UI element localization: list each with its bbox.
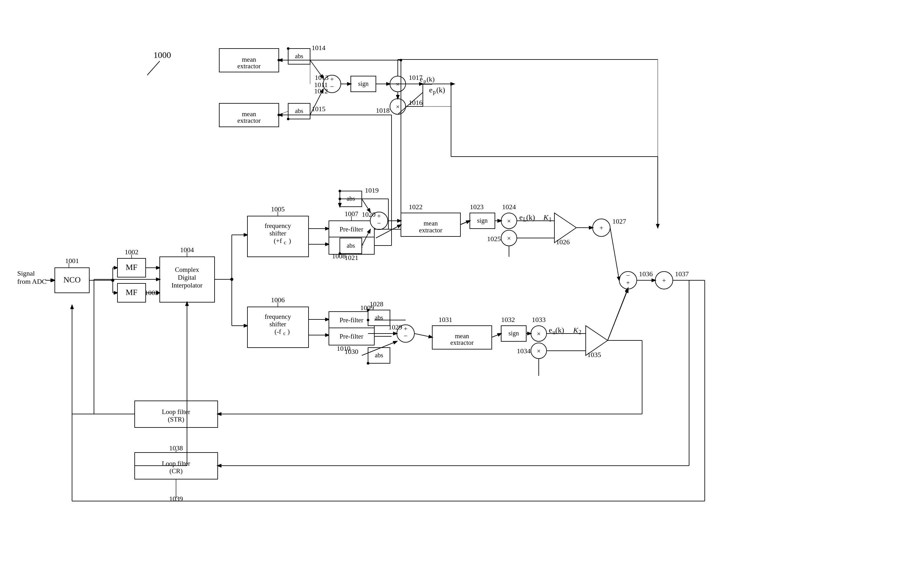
label-1001: 1001: [65, 257, 79, 265]
sum-1036-plus: +: [626, 279, 630, 287]
mean-extractor-1031-label2: extractor: [450, 339, 474, 346]
label-1018: 1018: [376, 107, 389, 114]
label-1024: 1024: [502, 203, 516, 211]
ep-k-text-near: e: [420, 75, 423, 83]
label-1029: 1029: [388, 323, 402, 331]
freq-shifter-neg-label1: frequency: [265, 313, 291, 320]
mean-extractor-bot-label2: extractor: [238, 117, 261, 124]
mult-1034-x: ×: [537, 347, 541, 355]
label-1027: 1027: [612, 218, 626, 225]
signal-from-adc-label: Signal: [17, 269, 35, 277]
prefilter-1010-label: Pre-filter: [340, 333, 363, 340]
ep-k-rest-near: (k): [427, 75, 435, 83]
loop-filter-cr-label2: (CR): [170, 467, 183, 475]
ep-k-sub-near: p: [424, 78, 426, 84]
svg-point-113: [277, 59, 280, 61]
label-1000: 1000: [153, 50, 171, 60]
cdi-label-1: Complex: [175, 266, 199, 274]
sign-1032-label: sign: [508, 330, 519, 337]
freq-shifter-neg-sub: c: [283, 330, 285, 336]
ep-k-rest: (k): [436, 86, 445, 94]
mean-extractor-top-label2: extractor: [238, 62, 261, 70]
label-1033: 1033: [532, 316, 546, 323]
sum-1029-plus: +: [404, 325, 408, 333]
sum-1037-plus: +: [662, 277, 666, 284]
mult-1033-x: ×: [537, 330, 541, 338]
ep-k-sub: p: [433, 89, 436, 95]
svg-text:from ADC: from ADC: [17, 277, 47, 285]
freq-shifter-neg-label2: shifter: [269, 320, 286, 328]
label-1019: 1019: [365, 186, 379, 194]
svg-point-31: [338, 190, 341, 192]
label-1020: 1020: [362, 211, 376, 218]
freq-shifter-pos-label2: shifter: [269, 229, 286, 237]
loop-filter-str-label2: (STR): [168, 415, 185, 423]
freq-shifter-neg-paren: ): [287, 328, 290, 335]
label-1014: 1014: [312, 44, 325, 52]
sign-top-label: sign: [358, 80, 368, 87]
mf-top-label: MF: [125, 263, 137, 272]
eu-k-rest: (k): [555, 326, 564, 334]
label-1034: 1034: [517, 347, 531, 355]
freq-shifter-pos-paren: ): [289, 237, 291, 245]
label-1015: 1015: [312, 105, 325, 113]
k1-label: K: [543, 213, 549, 221]
sum-1029-minus: −: [404, 332, 408, 340]
label-1022: 1022: [409, 203, 422, 211]
prefilter-1009-label: Pre-filter: [340, 316, 363, 324]
sum-1036-minus-top: −: [626, 272, 630, 279]
abs-1021-label: abs: [347, 242, 355, 249]
nco-label: NCO: [64, 275, 81, 284]
label-1028: 1028: [370, 300, 383, 308]
mean-extractor-1022-label2: extractor: [419, 226, 442, 234]
mult-1016-x: ×: [396, 103, 400, 110]
loop-filter-cr-label1: Loop filter: [162, 460, 190, 467]
freq-shifter-pos-label3: (+f: [274, 237, 282, 245]
eL-k-rest: (k): [526, 213, 535, 221]
ep-k-label: e: [429, 86, 432, 94]
label-1035: 1035: [587, 351, 601, 359]
mean-extractor-1022-label1: mean: [424, 219, 438, 227]
label-1032: 1032: [501, 316, 515, 323]
sum-1020-plus: +: [377, 212, 381, 220]
label-1026: 1026: [556, 238, 570, 246]
abs-1014-label: abs: [295, 53, 304, 59]
freq-shifter-pos-label1: frequency: [265, 222, 291, 229]
sum-1013-plus: +: [330, 75, 334, 83]
eu-k-label: e: [549, 326, 552, 334]
mf-bot-label: MF: [125, 288, 137, 297]
k2-sub: 2: [579, 329, 581, 335]
eu-k-sub: u: [553, 329, 555, 335]
label-1036: 1036: [639, 270, 653, 278]
label-1037: 1037: [675, 270, 689, 278]
sum-1020-minus: −: [377, 219, 381, 227]
mult-1025-x: ×: [507, 234, 511, 242]
cdi-label-2: Digital: [178, 274, 196, 281]
label-1030: 1030: [345, 348, 358, 356]
label-1031: 1031: [439, 316, 452, 323]
k2-label: K: [573, 326, 579, 334]
svg-point-30: [287, 118, 289, 120]
svg-point-74: [338, 252, 341, 255]
eL-k-label: e: [519, 213, 523, 221]
mult-1024-x: ×: [507, 217, 511, 225]
k1-sub: 1: [549, 216, 551, 222]
label-1025: 1025: [487, 235, 501, 243]
sign-1023-label: sign: [477, 217, 487, 224]
label-1023: 1023: [470, 203, 483, 211]
prefilter-1007-label: Pre-filter: [340, 226, 363, 233]
abs-1015-label: abs: [295, 107, 304, 114]
sum-1027-plus: +: [599, 224, 603, 232]
freq-shifter-neg-label3: (-f: [275, 328, 281, 335]
label-1021: 1021: [345, 254, 358, 262]
freq-shifter-pos-sub: c: [284, 240, 286, 246]
cdi-label-3: Interpolator: [172, 282, 202, 289]
sum-1013-minus: −: [330, 83, 334, 91]
abs-1030-label: abs: [375, 352, 383, 359]
loop-filter-str-label1: Loop filter: [162, 408, 190, 415]
svg-point-99: [367, 362, 369, 364]
label-1013: 1013: [315, 74, 328, 81]
